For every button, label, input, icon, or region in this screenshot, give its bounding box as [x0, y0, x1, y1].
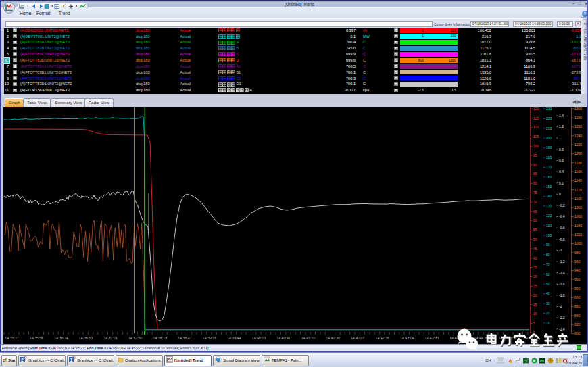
svg-text:1200: 1200: [574, 151, 582, 155]
svg-text:170: 170: [546, 165, 552, 169]
svg-text:35: 35: [533, 265, 537, 269]
svg-text:960: 960: [574, 260, 581, 264]
svg-text:220: 220: [546, 116, 552, 120]
svg-text:14:38:18: 14:38:18: [153, 336, 167, 340]
svg-text:120: 120: [533, 107, 539, 111]
svg-text:1260: 1260: [574, 124, 582, 128]
svg-text:1020: 1020: [574, 233, 582, 237]
svg-text:60: 60: [533, 218, 537, 222]
svg-text:100: 100: [546, 233, 552, 237]
svg-text:14:41:38: 14:41:38: [326, 336, 340, 340]
svg-text:-0.4: -0.4: [559, 214, 565, 218]
svg-text:14:42:36: 14:42:36: [375, 336, 389, 340]
svg-text:-1.8: -1.8: [559, 293, 565, 297]
svg-text:1: 1: [559, 136, 561, 140]
svg-text:100: 100: [533, 144, 539, 148]
svg-text:230: 230: [546, 107, 552, 111]
svg-text:1240: 1240: [574, 134, 582, 138]
svg-text:14:37:21: 14:37:21: [103, 336, 118, 340]
svg-text:2: 2: [21, 358, 24, 362]
svg-text:1060: 1060: [574, 214, 582, 218]
svg-text:0.6: 0.6: [559, 158, 564, 162]
svg-text:14:42:07: 14:42:07: [351, 336, 365, 340]
svg-text:-1.2: -1.2: [559, 260, 565, 264]
svg-text:130: 130: [546, 204, 552, 208]
svg-text:85: 85: [533, 172, 537, 176]
svg-text:0.2: 0.2: [559, 181, 564, 185]
svg-text:40: 40: [533, 256, 537, 260]
svg-text:180: 180: [546, 155, 552, 160]
svg-text:14:39:16: 14:39:16: [203, 336, 217, 340]
svg-text:190: 190: [546, 145, 552, 149]
svg-text:20: 20: [546, 311, 550, 315]
svg-text:1040: 1040: [574, 224, 582, 228]
svg-text:70: 70: [546, 262, 550, 266]
svg-text:1.4: 1.4: [559, 114, 564, 118]
svg-text:1080: 1080: [574, 205, 582, 210]
svg-text:1160: 1160: [574, 170, 582, 174]
svg-text:1000: 1000: [574, 241, 582, 245]
svg-text:14:36:53: 14:36:53: [79, 336, 93, 340]
svg-text:-1.6: -1.6: [559, 282, 565, 286]
svg-text:20: 20: [533, 293, 537, 297]
svg-text:14:43:04: 14:43:04: [400, 336, 414, 340]
svg-text:-1.4: -1.4: [559, 271, 565, 275]
svg-text:1.2: 1.2: [559, 124, 564, 128]
svg-text:50: 50: [533, 237, 537, 241]
svg-text:0: 0: [559, 192, 561, 196]
svg-text:30: 30: [533, 274, 537, 278]
svg-text:90: 90: [533, 163, 537, 167]
svg-text:80: 80: [546, 253, 550, 257]
svg-text:55: 55: [533, 228, 537, 232]
svg-text:90: 90: [546, 243, 550, 247]
svg-text:920: 920: [574, 278, 581, 282]
svg-text:1120: 1120: [574, 188, 582, 192]
svg-text:10: 10: [533, 312, 537, 316]
svg-text:840: 840: [574, 314, 581, 318]
svg-text:50: 50: [546, 282, 550, 286]
svg-text:0.4: 0.4: [559, 170, 564, 174]
svg-text:860: 860: [574, 304, 581, 308]
svg-text:200: 200: [546, 136, 552, 140]
svg-text:-2.2: -2.2: [559, 316, 565, 320]
svg-text:110: 110: [533, 125, 539, 129]
svg-text:14:38:47: 14:38:47: [178, 336, 192, 340]
svg-text:14:40:13: 14:40:13: [252, 336, 266, 340]
svg-text:900: 900: [574, 287, 581, 291]
svg-text:-0.6: -0.6: [559, 226, 565, 230]
svg-text:15: 15: [533, 303, 537, 307]
svg-text:14:37:50: 14:37:50: [128, 336, 143, 340]
svg-text:14:39:44: 14:39:44: [227, 336, 241, 340]
svg-text:120: 120: [546, 214, 552, 218]
svg-text:115: 115: [533, 116, 539, 120]
svg-text:14:41:10: 14:41:10: [301, 336, 316, 340]
svg-text:1100: 1100: [574, 197, 582, 201]
svg-text:14:35:27: 14:35:27: [5, 336, 19, 340]
svg-text:14:43:33: 14:43:33: [424, 336, 439, 340]
svg-text:210: 210: [546, 126, 552, 130]
svg-text:14:40:41: 14:40:41: [276, 336, 291, 340]
svg-text:1180: 1180: [574, 161, 582, 165]
svg-text:0.8: 0.8: [559, 147, 564, 151]
svg-text:1140: 1140: [574, 178, 582, 182]
svg-text:95: 95: [533, 153, 537, 157]
svg-text:160: 160: [546, 175, 552, 179]
svg-text:-2: -2: [559, 304, 562, 308]
svg-text:40: 40: [546, 291, 550, 295]
svg-text:25: 25: [533, 284, 537, 288]
svg-text:75: 75: [533, 191, 537, 195]
svg-text:1220: 1220: [574, 143, 582, 147]
svg-text:14:35:56: 14:35:56: [30, 336, 44, 340]
svg-text:980: 980: [574, 251, 581, 255]
svg-text:70: 70: [533, 200, 537, 204]
svg-text:45: 45: [533, 247, 537, 251]
svg-text:-1: -1: [559, 248, 562, 252]
svg-text:14:36:24: 14:36:24: [54, 336, 68, 340]
svg-text:65: 65: [533, 210, 537, 214]
svg-text:-0.8: -0.8: [559, 237, 565, 241]
svg-text:80: 80: [533, 181, 537, 185]
svg-text:-0.2: -0.2: [559, 203, 565, 207]
svg-text:1280: 1280: [574, 116, 582, 120]
svg-text:1300: 1300: [574, 107, 582, 111]
svg-text:880: 880: [574, 295, 581, 299]
